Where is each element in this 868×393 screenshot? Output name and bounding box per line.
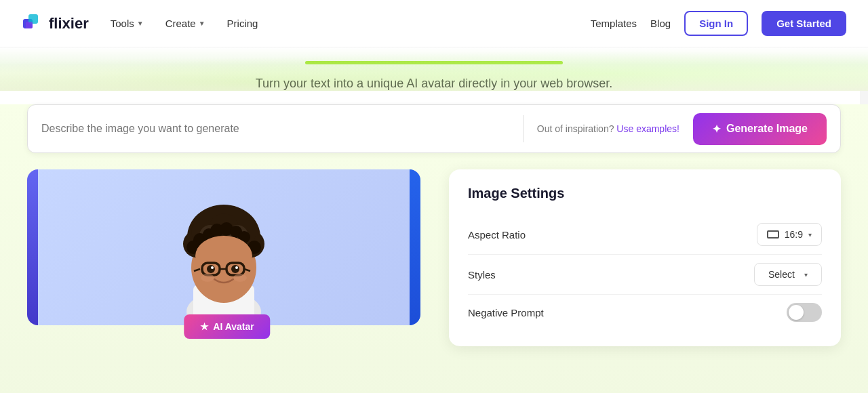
svg-point-35 xyxy=(201,274,214,282)
avatar-preview: ★ AI Avatar xyxy=(27,169,427,332)
ai-avatar-button[interactable]: ★ AI Avatar xyxy=(184,314,270,339)
negative-prompt-label: Negative Prompt xyxy=(468,307,544,318)
signin-button[interactable]: Sign In xyxy=(684,11,748,36)
content-row: ★ AI Avatar Image Settings Aspect Ratio … xyxy=(27,169,841,346)
navbar-left: flixier Tools ▼ Create ▼ Pricing xyxy=(22,13,258,35)
search-input[interactable] xyxy=(41,123,509,135)
styles-label: Styles xyxy=(468,269,496,281)
styles-chevron-icon: ▾ xyxy=(804,271,808,278)
right-bar xyxy=(410,169,420,325)
nav-tools[interactable]: Tools ▼ xyxy=(111,15,144,32)
aspect-ratio-dropdown[interactable]: 16:9 ▾ xyxy=(757,223,822,246)
tools-chevron-icon: ▼ xyxy=(137,20,144,27)
aspect-ratio-row: Aspect Ratio 16:9 ▾ xyxy=(468,215,822,255)
toggle-thumb xyxy=(789,305,804,320)
styles-row: Styles Select ▾ xyxy=(468,255,822,295)
settings-title: Image Settings xyxy=(468,186,822,201)
svg-point-32 xyxy=(231,265,239,273)
toggle-track[interactable] xyxy=(787,303,822,322)
avatar-card xyxy=(27,169,420,325)
search-divider xyxy=(523,115,524,142)
avatar-star-icon: ★ xyxy=(200,321,209,332)
avatar-svg xyxy=(156,169,292,325)
aspect-ratio-value: 16:9 xyxy=(785,229,803,240)
hero-subtitle: Turn your text into a unique AI avatar d… xyxy=(0,77,868,91)
get-started-button[interactable]: Get Started xyxy=(762,11,846,36)
aspect-ratio-chevron-icon: ▾ xyxy=(808,231,812,239)
inspiration-text: Out of inspiration? Use examples! xyxy=(537,123,679,134)
avatar-btn-label: AI Avatar xyxy=(213,321,254,332)
avatar-image-area xyxy=(38,169,410,325)
sparkle-icon: ✦ xyxy=(712,123,721,136)
hero-section: Turn your text into a unique AI avatar d… xyxy=(0,47,868,91)
main-content: Out of inspiration? Use examples! ✦ Gene… xyxy=(0,104,868,393)
navbar-right: Templates Blog Sign In Get Started xyxy=(591,11,846,36)
use-examples-link[interactable]: Use examples! xyxy=(616,123,679,134)
search-bar: Out of inspiration? Use examples! ✦ Gene… xyxy=(27,104,841,153)
generate-button[interactable]: ✦ Generate Image xyxy=(693,113,827,145)
aspect-ratio-label: Aspect Ratio xyxy=(468,229,526,241)
aspect-ratio-icon xyxy=(767,230,779,239)
svg-point-31 xyxy=(207,265,215,273)
nav-blog[interactable]: Blog xyxy=(650,18,671,29)
nav-pricing[interactable]: Pricing xyxy=(227,15,258,32)
styles-value: Select xyxy=(768,269,795,280)
image-settings-panel: Image Settings Aspect Ratio 16:9 ▾ Style… xyxy=(449,169,841,346)
svg-point-36 xyxy=(233,274,247,282)
nav-create-label: Create xyxy=(165,18,196,29)
create-chevron-icon: ▼ xyxy=(199,20,205,27)
green-accent-bar xyxy=(305,61,563,64)
styles-dropdown[interactable]: Select ▾ xyxy=(754,263,822,286)
logo-icon xyxy=(22,13,43,35)
svg-point-33 xyxy=(211,266,214,269)
negative-prompt-toggle[interactable] xyxy=(787,303,822,322)
navbar: flixier Tools ▼ Create ▼ Pricing Templat… xyxy=(0,0,868,47)
logo[interactable]: flixier xyxy=(22,13,89,35)
svg-rect-2 xyxy=(26,22,33,28)
nav-tools-label: Tools xyxy=(111,18,134,29)
nav-templates[interactable]: Templates xyxy=(591,18,637,29)
negative-prompt-row: Negative Prompt xyxy=(468,295,822,330)
logo-text: flixier xyxy=(49,15,89,33)
left-bar xyxy=(27,169,38,325)
nav-create[interactable]: Create ▼ xyxy=(165,15,205,32)
nav-pricing-label: Pricing xyxy=(227,18,258,29)
svg-point-34 xyxy=(235,266,238,269)
